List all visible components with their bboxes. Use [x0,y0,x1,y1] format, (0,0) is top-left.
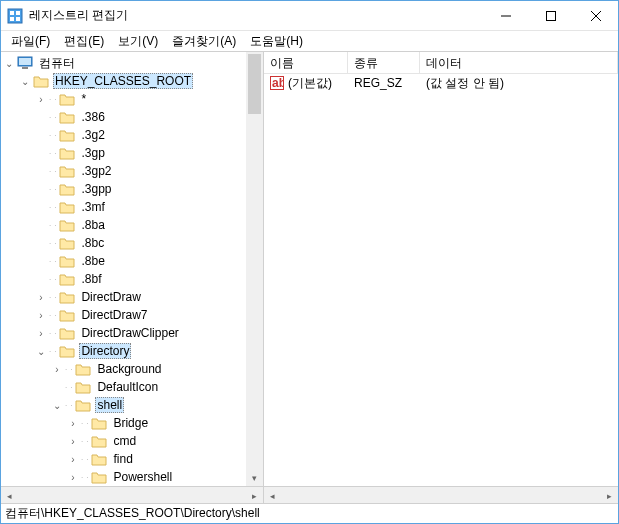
tree-guide-dots: ·· [49,329,59,338]
tree-label-star: * [79,92,88,106]
chevron-right-icon[interactable]: › [65,436,81,447]
list-horizontal-scrollbar[interactable]: ◂ ▸ [264,486,618,503]
tree-guide-dots: ·· [49,149,59,158]
folder-icon [59,236,75,250]
cell-name: ab (기본값) [264,75,348,92]
tree-node-ext_8bc[interactable]: ···.8bc [1,234,263,252]
column-header-name[interactable]: 이름 [264,52,348,73]
chevron-down-icon[interactable]: ⌄ [49,400,65,411]
tree-node-ext_386[interactable]: ···.386 [1,108,263,126]
folder-icon [59,182,75,196]
chevron-right-icon[interactable]: › [65,454,81,465]
tree-node-computer[interactable]: ⌄ 컴퓨터 [1,54,263,72]
scroll-left-icon[interactable]: ◂ [264,487,281,504]
tree-node-ext_8ba[interactable]: ···.8ba [1,216,263,234]
svg-text:ab: ab [272,76,284,90]
tree-node-directdrawclipper[interactable]: ›··DirectDrawClipper [1,324,263,342]
folder-icon [75,362,91,376]
tree-node-background[interactable]: ›··Background [1,360,263,378]
tree-node-ext_3gp[interactable]: ···.3gp [1,144,263,162]
tree-node-shell[interactable]: ⌄··shell [1,396,263,414]
tree-guide-dots: ·· [49,275,59,284]
column-header-data[interactable]: 데이터 [420,52,618,73]
folder-icon [59,164,75,178]
computer-icon [17,56,33,70]
tree-guide-dots: ·· [49,113,59,122]
maximize-icon [546,11,556,21]
folder-icon [59,110,75,124]
menu-edit[interactable]: 편집(E) [58,32,110,51]
scroll-down-icon[interactable]: ▾ [246,469,263,486]
svg-rect-4 [16,17,20,21]
tree-node-bridge[interactable]: ›··Bridge [1,414,263,432]
tree-label-directdraw7: DirectDraw7 [79,308,149,322]
scroll-thumb[interactable] [248,54,261,114]
svg-rect-2 [16,11,20,15]
menu-file[interactable]: 파일(F) [5,32,56,51]
chevron-right-icon[interactable]: › [33,310,49,321]
tree-node-star[interactable]: ›··* [1,90,263,108]
statusbar: 컴퓨터\HKEY_CLASSES_ROOT\Directory\shell [1,503,618,523]
chevron-right-icon[interactable]: › [49,364,65,375]
scroll-left-icon[interactable]: ◂ [1,487,18,504]
tree-scroll-area[interactable]: ⌄ 컴퓨터 ⌄ HKEY_CLASSES_ROOT ›··*···.386···… [1,52,263,486]
tree-vertical-scrollbar[interactable]: ▴ ▾ [246,52,263,486]
tree-node-directdraw[interactable]: ›··DirectDraw [1,288,263,306]
menu-view[interactable]: 보기(V) [112,32,164,51]
list-row[interactable]: ab (기본값) REG_SZ (값 설정 안 됨) [264,74,618,92]
folder-icon [59,200,75,214]
list-pane: 이름 종류 데이터 ab (기본값) REG_SZ (값 설정 안 됨) ◂ ▸ [264,52,618,503]
column-header-type[interactable]: 종류 [348,52,420,73]
list-body[interactable]: ab (기본값) REG_SZ (값 설정 안 됨) [264,74,618,486]
tree-node-ext_3gpp[interactable]: ···.3gpp [1,180,263,198]
chevron-right-icon[interactable]: › [33,94,49,105]
scroll-right-icon[interactable]: ▸ [601,487,618,504]
string-value-icon: ab [270,76,284,90]
tree-label-directory: Directory [79,343,131,359]
chevron-right-icon[interactable]: › [33,328,49,339]
minimize-button[interactable] [483,1,528,30]
chevron-down-icon[interactable]: ⌄ [17,76,33,87]
tree-node-ext_8bf[interactable]: ···.8bf [1,270,263,288]
chevron-right-icon[interactable]: › [33,292,49,303]
tree-node-ext_3mf[interactable]: ···.3mf [1,198,263,216]
folder-icon [91,434,107,448]
tree-guide-dots: ·· [49,239,59,248]
tree-node-directory[interactable]: ⌄··Directory [1,342,263,360]
tree-guide-dots: ·· [65,401,75,410]
tree-node-ext_3gp2[interactable]: ···.3gp2 [1,162,263,180]
tree-node-defaulticon[interactable]: ···DefaultIcon [1,378,263,396]
chevron-down-icon[interactable]: ⌄ [33,346,49,357]
folder-icon [59,254,75,268]
regedit-app-icon [7,8,23,24]
tree-node-cmd[interactable]: ›··cmd [1,432,263,450]
tree-node-directdraw7[interactable]: ›··DirectDraw7 [1,306,263,324]
tree-guide-dots: ·· [81,419,91,428]
tree-label-background: Background [95,362,163,376]
tree-label-ext_3mf: .3mf [79,200,106,214]
chevron-right-icon[interactable]: › [65,472,81,483]
tree-node-powershell[interactable]: ›··Powershell [1,468,263,486]
tree-guide-dots: ·· [81,455,91,464]
chevron-down-icon[interactable]: ⌄ [1,58,17,69]
maximize-button[interactable] [528,1,573,30]
tree-label-shell: shell [95,397,124,413]
tree-node-hkcr[interactable]: ⌄ HKEY_CLASSES_ROOT [1,72,263,90]
tree-node-ext_3g2[interactable]: ···.3g2 [1,126,263,144]
chevron-right-icon[interactable]: › [65,418,81,429]
scroll-right-icon[interactable]: ▸ [246,487,263,504]
svg-rect-11 [22,67,28,69]
menu-help[interactable]: 도움말(H) [244,32,309,51]
folder-icon [59,218,75,232]
tree-node-ext_8be[interactable]: ···.8be [1,252,263,270]
tree-label-hkcr: HKEY_CLASSES_ROOT [53,73,193,89]
tree-guide-dots: ·· [49,221,59,230]
tree-node-find[interactable]: ›··find [1,450,263,468]
svg-rect-10 [19,58,31,65]
registry-tree: ⌄ 컴퓨터 ⌄ HKEY_CLASSES_ROOT ›··*···.386···… [1,52,263,486]
tree-guide-dots: ·· [81,437,91,446]
menu-favorites[interactable]: 즐겨찾기(A) [166,32,242,51]
tree-horizontal-scrollbar[interactable]: ◂ ▸ [1,486,263,503]
close-button[interactable] [573,1,618,30]
tree-label-ext_8bf: .8bf [79,272,103,286]
